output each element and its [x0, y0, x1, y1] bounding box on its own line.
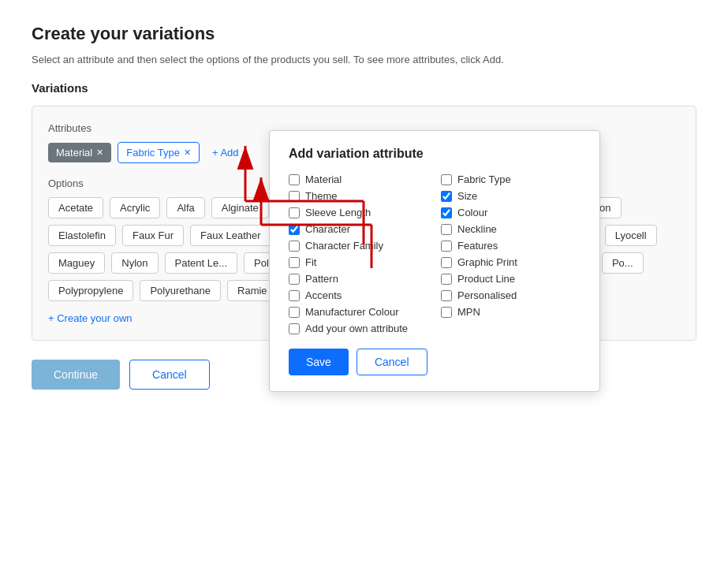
checkbox-fit[interactable] [289, 257, 300, 268]
checkbox-theme[interactable] [289, 191, 300, 202]
modal-item-sleeve-length: Sleeve Length [289, 207, 428, 218]
label-neckline: Neckline [457, 223, 497, 235]
attribute-chip-fabric-type-label: Fabric Type [126, 147, 180, 159]
label-add-own: Add your own attribute [305, 323, 408, 334]
checkbox-manufacturer-colour[interactable] [289, 307, 300, 318]
checkbox-material[interactable] [289, 174, 300, 185]
checkbox-neckline[interactable] [441, 224, 452, 235]
modal-item-personalised: Personalised [441, 289, 581, 301]
checkbox-pattern[interactable] [289, 274, 300, 285]
checkbox-accents[interactable] [289, 290, 300, 301]
modal-save-button[interactable]: Save [289, 349, 349, 375]
modal-item-colour: Colour [441, 207, 581, 218]
add-attribute-button[interactable]: + Add [206, 144, 245, 162]
label-accents: Accents [305, 289, 342, 301]
checkbox-features[interactable] [441, 241, 452, 252]
modal-grid: Material Theme Sleeve Length Character [289, 173, 581, 334]
checkbox-product-line[interactable] [441, 274, 452, 285]
option-tag[interactable]: Lyocell [605, 225, 657, 246]
label-product-line: Product Line [457, 273, 515, 285]
modal-item-manufacturer-colour: Manufacturer Colour [289, 306, 428, 318]
checkbox-character-family[interactable] [289, 241, 300, 252]
option-tag[interactable]: Maguey [48, 252, 105, 274]
option-tag[interactable]: Faux Fur [122, 225, 184, 246]
label-mpn: MPN [457, 306, 480, 318]
modal-item-material: Material [289, 173, 428, 185]
page-subtitle: Select an attribute and then select the … [32, 54, 696, 65]
label-theme: Theme [305, 190, 337, 202]
continue-button[interactable]: Continue [32, 360, 120, 390]
modal-cancel-button[interactable]: Cancel [357, 349, 427, 375]
modal-item-character: Character [289, 223, 428, 235]
option-tag[interactable]: Patent Le... [165, 252, 238, 274]
label-colour: Colour [457, 207, 487, 218]
option-tag[interactable]: Faux Leather [190, 225, 271, 246]
label-personalised: Personalised [457, 289, 517, 301]
option-tag[interactable]: Nylon [111, 252, 158, 274]
label-material: Material [305, 173, 342, 185]
option-tag[interactable]: Polypropylene [48, 280, 133, 301]
checkbox-sleeve-length[interactable] [289, 207, 300, 218]
checkbox-fabric-type[interactable] [441, 174, 452, 185]
modal-item-mpn: MPN [441, 306, 581, 318]
cancel-button[interactable]: Cancel [129, 360, 210, 390]
attribute-chip-material-label: Material [56, 147, 92, 159]
modal-item-pattern: Pattern [289, 273, 428, 285]
modal-actions: Save Cancel [289, 349, 581, 375]
attribute-chip-fabric-type[interactable]: Fabric Type ✕ [118, 142, 200, 163]
modal-item-graphic-print: Graphic Print [441, 256, 581, 268]
create-own-link[interactable]: + Create your own [48, 312, 133, 324]
modal-item-accents: Accents [289, 289, 428, 301]
checkbox-add-own[interactable] [289, 323, 300, 334]
attribute-chip-fabric-type-close[interactable]: ✕ [184, 147, 191, 158]
label-fit: Fit [305, 256, 316, 268]
modal-item-theme: Theme [289, 190, 428, 202]
checkbox-graphic-print[interactable] [441, 257, 452, 268]
option-tag[interactable]: Po... [602, 252, 644, 274]
checkbox-personalised[interactable] [441, 290, 452, 301]
modal-item-size: Size [441, 190, 581, 202]
option-tag[interactable]: Polyurethane [140, 280, 221, 301]
page-title: Create your variations [32, 24, 696, 44]
label-sleeve-length: Sleeve Length [305, 207, 371, 218]
label-character: Character [305, 223, 350, 235]
option-tag[interactable]: Acrylic [110, 197, 160, 218]
label-pattern: Pattern [305, 273, 338, 285]
modal-title: Add variation attribute [289, 147, 581, 161]
attribute-chip-material-close[interactable]: ✕ [96, 147, 103, 158]
option-tag[interactable]: Alginate [211, 197, 269, 218]
modal-item-features: Features [441, 240, 581, 252]
modal-item-character-family: Character Family [289, 240, 428, 252]
label-character-family: Character Family [305, 240, 383, 252]
modal-item-fabric-type: Fabric Type [441, 173, 581, 185]
label-features: Features [457, 240, 498, 252]
label-manufacturer-colour: Manufacturer Colour [305, 306, 399, 318]
checkbox-colour[interactable] [441, 207, 452, 218]
modal-item-fit: Fit [289, 256, 428, 268]
modal-item-add-own: Add your own attribute [289, 323, 428, 334]
checkbox-size[interactable] [441, 191, 452, 202]
option-tag[interactable]: Elastolefin [48, 225, 116, 246]
label-size: Size [457, 190, 477, 202]
label-graphic-print: Graphic Print [457, 256, 517, 268]
option-tag[interactable]: Acetate [48, 197, 103, 218]
attribute-chip-material[interactable]: Material ✕ [48, 143, 111, 162]
label-fabric-type: Fabric Type [457, 173, 511, 185]
checkbox-mpn[interactable] [441, 307, 452, 318]
modal-item-product-line: Product Line [441, 273, 581, 285]
modal-item-neckline: Neckline [441, 223, 581, 235]
option-tag[interactable]: Alfa [166, 197, 204, 218]
add-variation-modal: Add variation attribute Material Theme S… [269, 130, 600, 392]
checkbox-character[interactable] [289, 224, 300, 235]
section-title: Variations [32, 81, 696, 95]
